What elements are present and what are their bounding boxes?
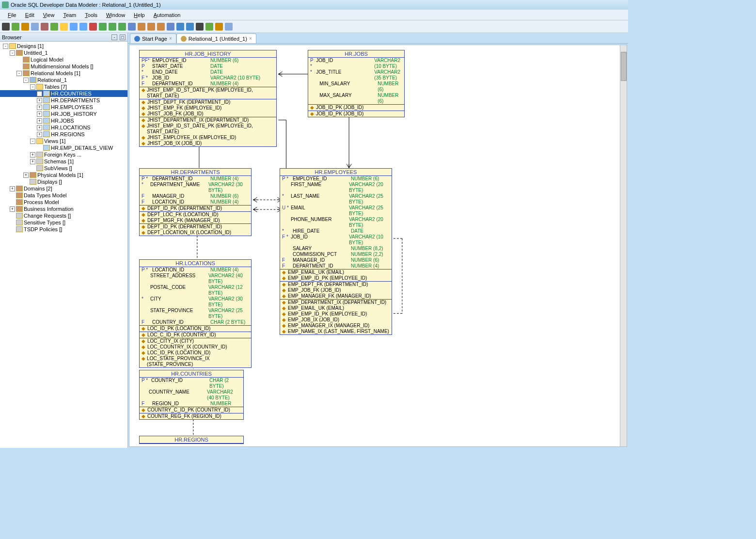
toolbar-btn-2[interactable]	[21, 23, 29, 31]
toolbar-btn-20[interactable]	[196, 23, 204, 31]
tab[interactable]: Start Page×	[130, 33, 176, 43]
toolbar-btn-15[interactable]	[147, 23, 155, 31]
toolbar-btn-8[interactable]	[79, 23, 87, 31]
tree-item[interactable]: Process Model	[0, 199, 127, 206]
toolbar-btn-9[interactable]	[89, 23, 97, 31]
expand-icon[interactable]: -	[30, 84, 35, 90]
expand-icon[interactable]: -	[10, 50, 15, 56]
menu-team[interactable]: Team	[59, 11, 80, 19]
toolbar-btn-17[interactable]	[167, 23, 174, 31]
entity-departments[interactable]: HR.DEPARTMENTSP *DEPARTMENT_IDNUMBER (4)…	[139, 168, 252, 236]
toolbar-btn-23[interactable]	[225, 23, 233, 31]
expand-icon[interactable]: -	[3, 44, 8, 49]
toolbar-btn-19[interactable]	[186, 23, 194, 31]
expand-icon[interactable]: +	[37, 91, 42, 96]
expand-icon[interactable]: +	[37, 105, 42, 110]
toolbar-btn-16[interactable]	[157, 23, 165, 31]
tree-item[interactable]: HR.EMP_DETAILS_VIEW	[0, 144, 127, 151]
entity-regions[interactable]: HR.REGIONS	[139, 436, 244, 444]
menu-automation[interactable]: Automation	[150, 11, 185, 19]
toolbar-btn-11[interactable]	[109, 23, 116, 31]
menu-edit[interactable]: Edit	[21, 11, 38, 19]
expand-icon[interactable]: +	[37, 118, 42, 124]
toolbar-btn-12[interactable]	[118, 23, 126, 31]
tree-item[interactable]: -Untitled_1	[0, 49, 127, 56]
tree-item[interactable]: Sensitive Types []	[0, 219, 127, 226]
tab[interactable]: Relational_1 (Untitled_1)×	[176, 33, 256, 43]
entity-title: HR.REGIONS	[140, 436, 243, 444]
tree-item[interactable]: Displays []	[0, 178, 127, 185]
expand-icon[interactable]: +	[30, 159, 35, 164]
menu-file[interactable]: File	[4, 11, 20, 19]
expand-icon[interactable]: +	[30, 152, 35, 158]
menu-window[interactable]: Window	[102, 11, 129, 19]
tree-item[interactable]: +HR.JOBS	[0, 117, 127, 124]
toolbar-btn-1[interactable]	[12, 23, 19, 31]
tree-item[interactable]: Multidimensional Models []	[0, 63, 127, 70]
tree[interactable]: -Designs [1]-Untitled_1Logical ModelMult…	[0, 42, 127, 448]
column-row: MAX_SALARYNUMBER (6)	[308, 93, 404, 104]
expand-icon[interactable]: +	[10, 206, 15, 212]
entity-title: HR.JOBS	[308, 50, 404, 58]
tree-item[interactable]: +HR.JOB_HISTORY	[0, 111, 127, 117]
toolbar-btn-5[interactable]	[50, 23, 58, 31]
diagram-canvas[interactable]: HR.JOB_HISTORYPF*EMPLOYEE_IDNUMBER (6)PS…	[129, 45, 627, 447]
expand-icon[interactable]: +	[37, 98, 42, 103]
tree-item[interactable]: +Schemas [1]	[0, 158, 127, 165]
toolbar-btn-7[interactable]	[70, 23, 78, 31]
toolbar-btn-10[interactable]	[99, 23, 107, 31]
tree-item[interactable]: -Relational_1	[0, 77, 127, 83]
toolbar-btn-0[interactable]	[2, 23, 10, 31]
entity-locations[interactable]: HR.LOCATIONSP *LOCATION_IDNUMBER (4)STRE…	[139, 259, 252, 368]
toolbar-btn-3[interactable]	[31, 23, 39, 31]
sidebar-max-icon[interactable]: □	[120, 34, 126, 40]
constraint-row: ◆EMP_JOB_IX (JOB_ID)	[280, 317, 392, 323]
tree-item[interactable]: Logical Model	[0, 56, 127, 63]
menu-view[interactable]: View	[39, 11, 59, 19]
tree-item[interactable]: +Domains [2]	[0, 185, 127, 192]
toolbar-btn-22[interactable]	[215, 23, 223, 31]
tree-item[interactable]: +Business Information	[0, 206, 127, 212]
tree-item[interactable]: Change Requests []	[0, 212, 127, 219]
tree-item[interactable]: -Designs [1]	[0, 43, 127, 49]
entity-job_history[interactable]: HR.JOB_HISTORYPF*EMPLOYEE_IDNUMBER (6)PS…	[139, 50, 277, 147]
entity-countries[interactable]: HR.COUNTRIESP *COUNTRY_IDCHAR (2 BYTE)CO…	[139, 370, 244, 420]
menu-help[interactable]: Help	[130, 11, 149, 19]
expand-icon[interactable]: +	[23, 173, 29, 178]
expand-icon[interactable]: +	[37, 132, 42, 137]
toolbar-btn-6[interactable]	[60, 23, 68, 31]
tree-item[interactable]: Data Types Model	[0, 192, 127, 199]
tree-item[interactable]: SubViews []	[0, 165, 127, 172]
tree-item[interactable]: -Views [1]	[0, 138, 127, 144]
tree-item[interactable]: +HR.EMPLOYEES	[0, 104, 127, 111]
expand-icon[interactable]: +	[37, 125, 42, 130]
tree-item[interactable]: +Physical Models [1]	[0, 172, 127, 178]
entity-jobs[interactable]: HR.JOBSP *JOB_IDVARCHAR2 (10 BYTE) *JOB_…	[308, 50, 405, 117]
tree-item[interactable]: -Relational Models [1]	[0, 70, 127, 77]
expand-icon[interactable]: +	[37, 111, 42, 117]
misc-icon	[36, 159, 43, 164]
menu-tools[interactable]: Tools	[81, 11, 101, 19]
expand-icon[interactable]: -	[16, 71, 22, 76]
toolbar-btn-14[interactable]	[138, 23, 145, 31]
tree-item[interactable]: +HR.LOCATIONS	[0, 124, 127, 131]
tree-item[interactable]: +HR.COUNTRIES	[0, 90, 127, 97]
tree-item[interactable]: +HR.DEPARTMENTS	[0, 97, 127, 104]
toolbar-btn-18[interactable]	[176, 23, 184, 31]
sidebar-min-icon[interactable]: -	[111, 34, 117, 40]
toolbar-btn-13[interactable]	[128, 23, 136, 31]
tree-item[interactable]: +HR.REGIONS	[0, 131, 127, 138]
tree-item[interactable]: TSDP Policies []	[0, 226, 127, 233]
tree-item[interactable]: -Tables [7]	[0, 83, 127, 90]
expand-icon[interactable]: +	[10, 186, 15, 191]
toolbar-btn-21[interactable]	[205, 23, 213, 31]
expand-icon[interactable]: -	[30, 139, 35, 144]
close-icon[interactable]: ×	[169, 36, 172, 41]
close-icon[interactable]: ×	[249, 36, 252, 41]
tree-item[interactable]: +Foreign Keys ...	[0, 151, 127, 158]
scrollbar-vertical[interactable]	[620, 45, 627, 446]
tree-label: Schemas [1]	[44, 159, 74, 164]
expand-icon[interactable]: -	[23, 78, 29, 83]
entity-employees[interactable]: HR.EMPLOYEESP *EMPLOYEE_IDNUMBER (6)FIRS…	[280, 168, 392, 335]
toolbar-btn-4[interactable]	[41, 23, 48, 31]
